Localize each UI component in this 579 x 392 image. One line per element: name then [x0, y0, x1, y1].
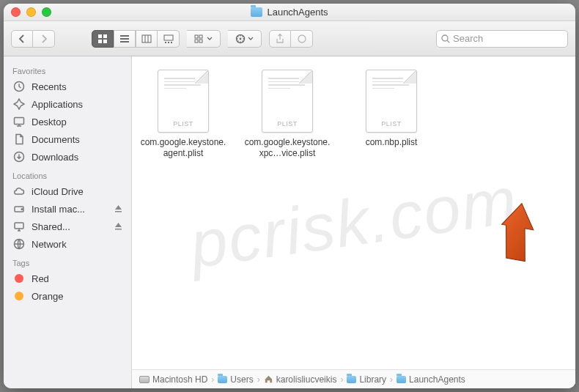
svg-rect-5 [164, 35, 173, 40]
sidebar-item-applications[interactable]: Applications [4, 95, 131, 113]
view-mode-buttons [92, 30, 180, 48]
svg-rect-1 [103, 34, 107, 38]
finder-window: LaunchAgents Search [4, 4, 575, 388]
folder-icon [397, 376, 406, 383]
arrange-button-group [187, 30, 221, 48]
path-separator-icon: › [390, 374, 393, 385]
file-item[interactable]: PLIST com.google.keystone.xpc…vice.plist [243, 70, 331, 159]
file-item[interactable]: PLIST com.nbp.plist [347, 70, 435, 148]
file-name: com.google.keystone.xpc…vice.plist [243, 137, 331, 159]
traffic-lights [11, 7, 51, 17]
sidebar-item-downloads[interactable]: Downloads [4, 148, 131, 166]
sidebar-item-desktop[interactable]: Desktop [4, 113, 131, 130]
search-input[interactable]: Search [436, 30, 568, 48]
svg-rect-0 [98, 34, 102, 38]
sidebar-header-favorites: Favorites [4, 61, 131, 78]
window-title-text: LaunchAgents [267, 7, 328, 18]
path-item-library[interactable]: Library [347, 374, 386, 385]
documents-icon [12, 133, 26, 146]
sidebar-item-documents[interactable]: Documents [4, 130, 131, 148]
file-name: com.nbp.plist [366, 137, 418, 148]
sidebar-item-recents[interactable]: Recents [4, 78, 131, 95]
list-view-button[interactable] [114, 30, 136, 48]
path-bar: Macintosh HD › Users › karolisliucveikis… [132, 369, 575, 388]
sidebar: Favorites Recents Applications Desktop D… [4, 56, 132, 388]
window-title: LaunchAgents [251, 7, 328, 18]
globe-icon [12, 237, 26, 251]
toolbar: Search [4, 21, 575, 56]
content-area[interactable]: pcrisk.com PLIST com.google.keystone.age… [132, 56, 575, 388]
search-placeholder: Search [453, 33, 483, 44]
path-separator-icon: › [340, 374, 343, 385]
svg-rect-9 [195, 35, 198, 38]
path-item-macintosh-hd[interactable]: Macintosh HD [139, 374, 207, 385]
eject-icon[interactable] [114, 221, 122, 232]
minimize-window-button[interactable] [26, 7, 36, 17]
svg-rect-18 [15, 118, 24, 125]
eject-icon[interactable] [114, 204, 122, 215]
nav-buttons [11, 30, 55, 48]
svg-point-15 [298, 35, 306, 42]
svg-rect-22 [15, 223, 23, 229]
close-window-button[interactable] [11, 7, 21, 17]
action-button-group [228, 30, 262, 48]
tag-dot-icon [12, 289, 26, 303]
plist-file-icon: PLIST [262, 70, 313, 133]
files-grid: PLIST com.google.keystone.agent.plist PL… [132, 56, 575, 369]
tags-button[interactable] [291, 30, 313, 48]
folder-icon [218, 376, 227, 383]
path-item-home[interactable]: karolisliucveikis [264, 374, 337, 385]
share-tag-buttons [269, 30, 313, 48]
action-menu-button[interactable] [228, 30, 262, 48]
plist-file-icon: PLIST [158, 70, 209, 133]
forward-button[interactable] [33, 30, 55, 48]
path-separator-icon: › [211, 374, 214, 385]
apps-icon [12, 97, 26, 111]
svg-rect-4 [142, 35, 151, 42]
sidebar-item-install[interactable]: Install mac... [4, 200, 131, 218]
svg-rect-2 [98, 40, 102, 43]
svg-point-16 [442, 35, 448, 41]
plist-file-icon: PLIST [366, 70, 417, 133]
path-item-users[interactable]: Users [218, 374, 253, 385]
share-button[interactable] [269, 30, 291, 48]
titlebar[interactable]: LaunchAgents [4, 4, 575, 21]
search-icon [441, 34, 450, 43]
clock-icon [12, 80, 26, 93]
svg-rect-6 [165, 42, 166, 43]
sidebar-header-locations: Locations [4, 166, 131, 182]
disk-icon [12, 202, 26, 215]
maximize-window-button[interactable] [42, 7, 51, 17]
path-separator-icon: › [257, 374, 260, 385]
svg-rect-11 [195, 40, 198, 42]
sidebar-item-tag-orange[interactable]: Orange [4, 287, 131, 305]
hd-icon [139, 376, 150, 383]
path-item-launchagents[interactable]: LaunchAgents [397, 374, 465, 385]
sidebar-item-shared[interactable]: Shared... [4, 218, 131, 235]
sidebar-item-icloud[interactable]: iCloud Drive [4, 182, 131, 200]
folder-icon [251, 7, 262, 17]
svg-point-21 [21, 209, 23, 210]
sidebar-header-tags: Tags [4, 253, 131, 270]
svg-rect-7 [168, 42, 169, 43]
svg-rect-3 [103, 40, 107, 43]
tag-dot-icon [12, 272, 26, 285]
sidebar-item-network[interactable]: Network [4, 235, 131, 253]
column-view-button[interactable] [136, 30, 158, 48]
screen-icon [12, 220, 26, 233]
svg-point-14 [240, 37, 242, 40]
arrange-button[interactable] [187, 30, 221, 48]
downloads-icon [12, 150, 26, 163]
icon-view-button[interactable] [92, 30, 114, 48]
back-button[interactable] [11, 30, 33, 48]
gallery-view-button[interactable] [158, 30, 180, 48]
file-name: com.google.keystone.agent.plist [139, 137, 227, 159]
svg-rect-12 [199, 40, 202, 42]
svg-rect-8 [171, 42, 172, 43]
file-item[interactable]: PLIST com.google.keystone.agent.plist [139, 70, 227, 159]
svg-rect-10 [199, 35, 202, 38]
desktop-icon [12, 115, 26, 128]
cloud-icon [12, 185, 26, 198]
sidebar-item-tag-red[interactable]: Red [4, 270, 131, 287]
folder-icon [347, 376, 356, 383]
